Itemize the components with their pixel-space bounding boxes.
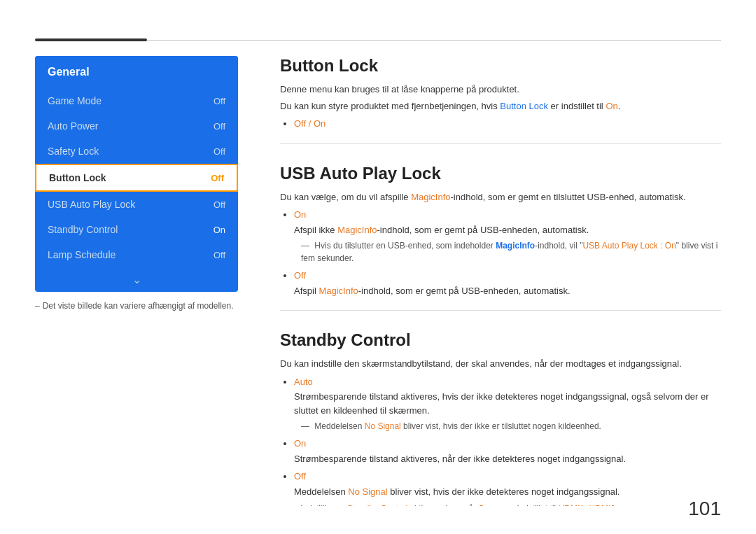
sidebar-item-auto-power[interactable]: Auto Power Off: [35, 113, 238, 139]
standby-bullet-auto-label: Auto: [294, 377, 313, 387]
usb-bullet-on-desc: Afspil ikke MagicInfo-indhold, som er ge…: [294, 223, 721, 237]
usb-auto-play-lock-title: USB Auto Play Lock: [280, 164, 721, 183]
standby-control-bullets: Auto Strømbesparende tilstand aktiveres,…: [294, 375, 721, 499]
button-lock-highlight-2: On: [606, 101, 617, 111]
divider-2: [280, 310, 721, 311]
standby-control-title: Standby Control: [280, 330, 721, 350]
sidebar-note: Det viste billede kan variere afhængigt …: [35, 301, 238, 311]
usb-auto-play-lock-bullets: On Afspil ikke MagicInfo-indhold, som er…: [294, 208, 721, 297]
sidebar: General Game Mode Off Auto Power Off Saf…: [35, 56, 238, 292]
button-lock-desc2: Du kan kun styre produktet med fjernbetj…: [280, 99, 721, 113]
button-lock-highlight-1: Button Lock: [500, 101, 548, 111]
sidebar-item-lamp-schedule-value: Off: [214, 250, 225, 260]
usb-bullet-on: On Afspil ikke MagicInfo-indhold, som er…: [294, 208, 721, 265]
button-lock-desc1: Denne menu kan bruges til at låse knappe…: [280, 83, 721, 97]
standby-source-highlight: Source: [479, 504, 505, 506]
standby-bullet-on-label: On: [294, 438, 306, 449]
usb-magicinfo-3: MagicInfo: [318, 286, 358, 296]
sidebar-chevron-down[interactable]: ⌄: [35, 267, 238, 292]
usb-note-magicinfo: MagicInfo: [496, 241, 535, 251]
usb-magicinfo-2: MagicInfo: [337, 225, 377, 235]
sidebar-item-usb-auto-play-lock[interactable]: USB Auto Play Lock Off: [35, 192, 238, 217]
main-content: Button Lock Denne menu kan bruges til at…: [280, 56, 721, 506]
standby-hdmi-highlight: HDMI1, HDMI2: [559, 504, 615, 506]
page-number: 101: [688, 498, 721, 520]
standby-no-signal-2: No Signal: [348, 486, 387, 497]
sidebar-item-safety-lock[interactable]: Safety Lock Off: [35, 139, 238, 164]
standby-bullet-on: On Strømbesparende tilstand aktiveres, n…: [294, 437, 721, 465]
usb-auto-play-lock-desc1: Du kan vælge, om du vil afspille MagicIn…: [280, 190, 721, 204]
sidebar-item-standby-control[interactable]: Standby Control On: [35, 217, 238, 242]
sidebar-item-game-mode[interactable]: Game Mode Off: [35, 88, 238, 113]
standby-note-auto: Meddelelsen No Signal bliver vist, hvis …: [301, 420, 721, 433]
sidebar-item-button-lock[interactable]: Button Lock Off: [35, 164, 238, 192]
divider-1: [280, 143, 721, 144]
sidebar-item-auto-power-label: Auto Power: [48, 120, 98, 132]
sidebar-item-auto-power-value: Off: [214, 121, 225, 132]
sidebar-item-usb-auto-play-lock-label: USB Auto Play Lock: [48, 199, 135, 210]
usb-bullet-off-desc: Afspil MagicInfo-indhold, som er gemt på…: [294, 284, 721, 298]
usb-bullet-on-label: On: [294, 209, 306, 220]
usb-note-1: Hvis du tilslutter en USB-enhed, som ind…: [301, 239, 721, 265]
usb-magicinfo-1: MagicInfo: [411, 192, 450, 202]
usb-bullet-off: Off Afspil MagicInfo-indhold, som er gem…: [294, 269, 721, 297]
sidebar-item-standby-control-value: On: [214, 225, 225, 235]
sidebar-item-standby-control-label: Standby Control: [48, 224, 118, 235]
sidebar-header: General: [35, 56, 238, 88]
standby-bullet-off: Off Meddelelsen No Signal bliver vist, h…: [294, 470, 721, 498]
button-lock-bullet-off-on: Off / On: [294, 117, 721, 131]
sidebar-item-button-lock-value: Off: [211, 173, 224, 183]
standby-no-signal-1: No Signal: [365, 421, 401, 431]
progress-bar-fill: [35, 38, 147, 41]
standby-bullet-auto: Auto Strømbesparende tilstand aktiveres,…: [294, 375, 721, 433]
button-lock-bullet-label: Off / On: [294, 118, 326, 129]
sidebar-item-game-mode-label: Game Mode: [48, 95, 102, 106]
standby-bullet-on-desc: Strømbesparende tilstand aktiveres, når …: [294, 452, 721, 466]
top-bar: [35, 38, 721, 41]
sidebar-item-safety-lock-label: Safety Lock: [48, 146, 99, 157]
standby-note-1: Indstillingen Standby Control aktiveres …: [287, 503, 721, 506]
standby-bullet-off-label: Off: [294, 471, 306, 482]
button-lock-title: Button Lock: [280, 56, 721, 76]
sidebar-item-game-mode-value: Off: [214, 96, 225, 106]
sidebar-item-usb-auto-play-lock-value: Off: [214, 199, 225, 210]
sidebar-item-button-lock-label: Button Lock: [49, 172, 106, 183]
sidebar-item-safety-lock-value: Off: [214, 146, 225, 157]
standby-bullet-off-desc: Meddelelsen No Signal bliver vist, hvis …: [294, 485, 721, 499]
standby-ctrl-highlight: Standby Control: [347, 504, 407, 506]
usb-bullet-off-label: Off: [294, 270, 306, 281]
sidebar-item-lamp-schedule-label: Lamp Schedule: [48, 249, 115, 260]
standby-control-desc1: Du kan indstille den skærmstandbytilstan…: [280, 357, 721, 371]
standby-bullet-auto-desc: Strømbesparende tilstand aktiveres, hvis…: [294, 390, 721, 417]
progress-bar-track: [147, 40, 721, 41]
sidebar-item-lamp-schedule[interactable]: Lamp Schedule Off: [35, 242, 238, 267]
usb-note-highlight: USB Auto Play Lock : On: [582, 241, 676, 251]
button-lock-bullets: Off / On: [294, 117, 721, 131]
